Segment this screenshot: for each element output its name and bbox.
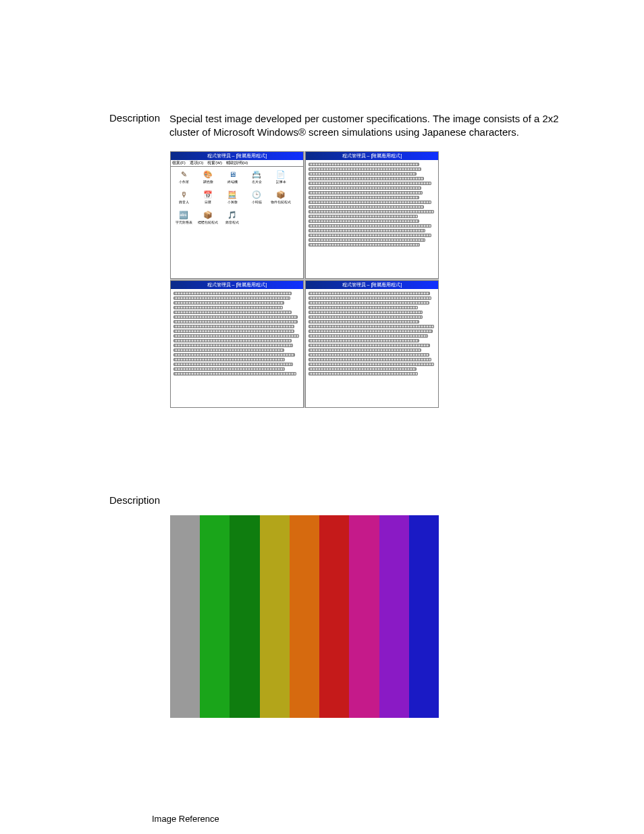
- text-line: [308, 315, 423, 319]
- win-top-right: 程式管理員 – [附屬應用程式]: [305, 151, 439, 279]
- text-line: [308, 163, 419, 166]
- icon-glyph: 📅: [203, 190, 213, 199]
- titlebar-bl: 程式管理員 – [附屬應用程式]: [171, 281, 303, 289]
- titlebar-tr: 程式管理員 – [附屬應用程式]: [306, 152, 438, 160]
- text-line: [173, 363, 293, 366]
- desktop-icon: 🖥終端機: [222, 170, 242, 188]
- color-bar: [200, 515, 230, 718]
- color-bar: [409, 515, 439, 718]
- text-line: [308, 320, 419, 323]
- titlebar-tl: 程式管理員 – [附屬應用程式]: [171, 152, 303, 160]
- color-bar: [170, 515, 200, 718]
- text-line: [308, 334, 428, 338]
- text-line: [173, 315, 298, 319]
- text-pane-br: [306, 289, 438, 407]
- menu-item: 視窗(W): [207, 160, 222, 166]
- text-line: [308, 191, 423, 194]
- icon-caption: 終端機: [227, 180, 238, 184]
- menu-item: 檔案(F): [172, 160, 186, 166]
- text-line: [173, 348, 284, 352]
- menubar-tl: 檔案(F)選項(O)視窗(W)輔助說明(H): [171, 160, 303, 167]
- icon-glyph: 📄: [275, 170, 286, 179]
- desktop-icon: 🔤字元對應表: [173, 210, 194, 229]
- text-line: [308, 177, 424, 180]
- text-line: [308, 196, 419, 199]
- win-bottom-right: 程式管理員 – [附屬應用程式]: [305, 280, 439, 408]
- titlebar-text: 程式管理員 – [附屬應用程式]: [207, 152, 267, 160]
- icon-glyph: 🎨: [203, 170, 213, 179]
- section-description-1: Description Special test image developed…: [103, 112, 579, 140]
- text-line: [308, 330, 433, 333]
- text-line: [308, 229, 425, 232]
- desktop-icon: 📅日曆: [198, 190, 218, 209]
- icon-glyph: 🔤: [178, 210, 189, 219]
- icon-caption: 小算盤: [227, 200, 238, 204]
- text-line: [173, 320, 298, 323]
- text-line: [173, 311, 292, 314]
- win-top-left: 程式管理員 – [附屬應用程式] 檔案(F)選項(O)視窗(W)輔助說明(H) …: [170, 151, 304, 279]
- text-line: [308, 353, 429, 357]
- icon-glyph: 🎵: [227, 210, 238, 219]
- text-line: [308, 243, 420, 246]
- icon-caption: 小時鐘: [252, 200, 262, 204]
- text-line: [308, 306, 418, 309]
- desktop-icon: 📄記事本: [271, 170, 291, 188]
- icon-glyph: 🖥: [227, 170, 238, 179]
- menu-item: 輔助說明(H): [226, 160, 248, 166]
- desktop-icon: 📦標體包裝程式: [198, 210, 218, 229]
- text-line: [173, 344, 293, 347]
- text-line: [308, 219, 419, 223]
- color-bar: [290, 515, 319, 718]
- description-text-1: Special test image developed per custome…: [160, 112, 579, 140]
- menu-item: 選項(O): [190, 160, 204, 166]
- text-line: [308, 311, 423, 314]
- titlebar-text: 程式管理員 – [附屬應用程式]: [342, 152, 402, 160]
- color-bar: [319, 515, 349, 718]
- icon-caption: 小作家: [179, 180, 189, 184]
- text-line: [308, 210, 434, 213]
- desktop-icon: 🕒小時鐘: [246, 190, 267, 209]
- desktop-icon: 📦物件包裝程式: [271, 190, 291, 209]
- text-line: [173, 372, 296, 375]
- text-line: [308, 167, 421, 171]
- text-line: [308, 325, 434, 328]
- text-line: [308, 234, 431, 237]
- text-line: [308, 372, 418, 375]
- text-line: [173, 330, 294, 333]
- text-line: [308, 224, 431, 228]
- icon-pane: ✎小作家🎨調色盤🖥終端機📇名片盒📄記事本🎙錄音人📅日曆🧮小算盤🕒小時鐘📦物件包裝…: [171, 167, 303, 278]
- color-bar: [230, 515, 259, 718]
- image-reference-label: Image Reference: [152, 814, 219, 824]
- desktop-icon: ✎小作家: [173, 170, 194, 188]
- titlebar-br: 程式管理員 – [附屬應用程式]: [306, 281, 438, 289]
- text-pane-bl: [171, 289, 303, 407]
- text-line: [173, 334, 299, 338]
- label-description-2: Description: [103, 494, 160, 506]
- icon-caption: 日曆: [205, 200, 211, 204]
- text-line: [308, 182, 431, 185]
- text-line: [308, 172, 417, 176]
- icon-glyph: 🕒: [251, 190, 262, 199]
- icon-glyph: 📦: [203, 210, 213, 219]
- icon-glyph: 📦: [275, 190, 286, 199]
- desktop-icon: 🎨調色盤: [198, 170, 218, 188]
- text-line: [308, 205, 424, 209]
- titlebar-text: 程式管理員 – [附屬應用程式]: [342, 281, 402, 289]
- text-pane-tr: [306, 160, 438, 278]
- text-line: [308, 301, 429, 305]
- icon-glyph: 🎙: [178, 190, 189, 199]
- text-line: [173, 325, 294, 328]
- icon-caption: 錄音程式: [225, 220, 239, 224]
- icon-glyph: 📇: [251, 170, 262, 179]
- icon-caption: 標體包裝程式: [198, 220, 218, 224]
- text-line: [308, 339, 419, 342]
- icon-caption: 字元對應表: [176, 220, 192, 224]
- text-line: [308, 344, 430, 347]
- color-bar: [260, 515, 290, 718]
- text-line: [173, 358, 285, 361]
- section-description-2: Description: [103, 494, 160, 506]
- text-line: [308, 292, 430, 295]
- titlebar-text: 程式管理員 – [附屬應用程式]: [207, 281, 267, 289]
- desktop-icon: 🎙錄音人: [173, 190, 194, 209]
- windows-cluster-image: 程式管理員 – [附屬應用程式] 檔案(F)選項(O)視窗(W)輔助說明(H) …: [170, 151, 439, 408]
